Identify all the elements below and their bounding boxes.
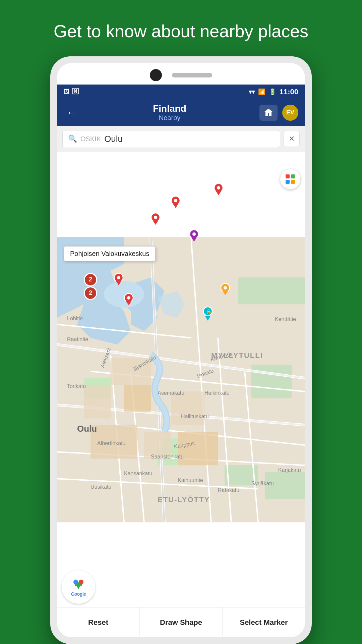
google-text: Google bbox=[71, 591, 86, 597]
svg-text:Kansankatu: Kansankatu bbox=[124, 471, 153, 476]
svg-point-73 bbox=[224, 286, 227, 289]
svg-text:Karjakatu: Karjakatu bbox=[278, 467, 301, 473]
map-pin-yellow[interactable] bbox=[221, 283, 230, 297]
dot-red bbox=[286, 174, 290, 178]
nav-bar: ← Finland Nearby EV bbox=[57, 99, 305, 126]
ev-badge[interactable]: EV bbox=[282, 105, 298, 121]
signal-icon: 📶 bbox=[258, 88, 265, 96]
svg-text:Albertinkatu: Albertinkatu bbox=[97, 440, 126, 446]
map-pin-5[interactable] bbox=[124, 293, 133, 307]
search-placeholder: OSKIK bbox=[80, 135, 101, 143]
svg-text:Heikinkatu: Heikinkatu bbox=[204, 390, 230, 396]
svg-rect-2 bbox=[238, 277, 305, 304]
svg-point-67 bbox=[117, 276, 120, 279]
map-area[interactable]: Lohitie Raatintie Kormintie Isokatu Heik… bbox=[57, 152, 305, 607]
svg-text:Raatintie: Raatintie bbox=[67, 336, 88, 342]
svg-marker-59 bbox=[173, 204, 178, 208]
google-logo: Google bbox=[62, 570, 95, 604]
svg-rect-30 bbox=[178, 432, 218, 465]
nav-title-sub: Nearby bbox=[85, 114, 254, 122]
svg-marker-77 bbox=[205, 316, 210, 321]
svg-marker-83 bbox=[77, 586, 80, 589]
svg-rect-27 bbox=[171, 391, 204, 425]
search-text[interactable]: Oulu bbox=[104, 134, 123, 144]
map-pin-3[interactable] bbox=[151, 213, 160, 226]
n-icon: 🄽 bbox=[72, 88, 78, 95]
svg-text:ETU-LYÖTTY: ETU-LYÖTTY bbox=[158, 495, 210, 504]
home-button[interactable] bbox=[259, 105, 278, 121]
svg-point-58 bbox=[174, 199, 177, 202]
photo-icon: 🖼 bbox=[64, 88, 70, 95]
map-pin-1[interactable] bbox=[214, 183, 223, 197]
svg-marker-62 bbox=[153, 221, 158, 225]
svg-text:Kainuuntie: Kainuuntie bbox=[178, 477, 203, 483]
dot-blue bbox=[286, 180, 290, 184]
svg-point-64 bbox=[192, 232, 196, 236]
svg-marker-65 bbox=[191, 237, 197, 241]
wifi-icon: ▾▾ bbox=[249, 88, 255, 96]
svg-text:Kenttätie: Kenttätie bbox=[275, 316, 296, 322]
dot-orange bbox=[291, 180, 295, 184]
back-button[interactable]: ← bbox=[64, 104, 80, 121]
phone-screen: 🖼 🄽 ▾▾ 📶 🔋 11:00 ← Finland Nearby bbox=[57, 63, 305, 637]
nav-title: Finland Nearby bbox=[85, 103, 254, 122]
svg-point-61 bbox=[154, 216, 157, 219]
svg-marker-74 bbox=[223, 291, 228, 295]
svg-marker-56 bbox=[216, 191, 221, 195]
camera-icon bbox=[150, 69, 162, 81]
battery-icon: 🔋 bbox=[269, 88, 276, 96]
bottom-bar: Reset Draw Shape Select Marker bbox=[57, 607, 305, 637]
cluster-badge-1[interactable]: 2 bbox=[84, 273, 97, 286]
search-input-area[interactable]: 🔍 OSKIK Oulu bbox=[62, 130, 280, 148]
phone-hardware-bar bbox=[57, 63, 305, 85]
category-grid-button[interactable] bbox=[280, 169, 300, 189]
search-bar: 🔍 OSKIK Oulu ✕ bbox=[57, 126, 305, 152]
svg-text:Saaristonkatu: Saaristonkatu bbox=[151, 454, 184, 460]
select-marker-button[interactable]: Select Marker bbox=[223, 607, 305, 637]
cluster-badge-2[interactable]: 2 bbox=[84, 286, 97, 300]
map-pin-4[interactable] bbox=[114, 273, 123, 286]
nav-title-main: Finland bbox=[85, 103, 254, 114]
svg-text:Ratakatu: Ratakatu bbox=[218, 487, 239, 493]
svg-text:Asemakatu: Asemakatu bbox=[158, 390, 184, 396]
svg-rect-26 bbox=[124, 385, 151, 412]
svg-point-55 bbox=[217, 186, 220, 190]
svg-marker-68 bbox=[116, 281, 121, 285]
speaker-bar bbox=[172, 73, 212, 77]
svg-text:Uusikatu: Uusikatu bbox=[90, 484, 111, 490]
reset-button[interactable]: Reset bbox=[57, 607, 140, 637]
search-icon: 🔍 bbox=[68, 135, 77, 143]
map-pin-2[interactable] bbox=[171, 196, 180, 209]
phone-frame: 🖼 🄽 ▾▾ 📶 🔋 11:00 ← Finland Nearby bbox=[50, 56, 312, 644]
clear-button[interactable]: ✕ bbox=[284, 131, 300, 147]
time-display: 11:00 bbox=[280, 88, 298, 96]
svg-text:🔒: 🔒 bbox=[206, 309, 212, 315]
svg-text:Torikatu: Torikatu bbox=[67, 383, 86, 389]
map-svg: Lohitie Raatintie Kormintie Isokatu Heik… bbox=[57, 152, 305, 607]
grid-dots bbox=[286, 174, 295, 184]
page-title: Get to know about nearby places bbox=[27, 0, 335, 56]
status-bar: 🖼 🄽 ▾▾ 📶 🔋 11:00 bbox=[57, 85, 305, 99]
map-popup[interactable]: Pohjoisen Valokuvakeskus bbox=[64, 246, 156, 261]
nav-right-actions: EV bbox=[259, 105, 298, 121]
map-pin-cyan[interactable]: 🔒 bbox=[203, 307, 213, 323]
status-left-icons: 🖼 🄽 bbox=[64, 88, 78, 95]
svg-text:Lohitie: Lohitie bbox=[67, 316, 83, 321]
status-right: ▾▾ 📶 🔋 11:00 bbox=[249, 88, 298, 96]
svg-rect-3 bbox=[251, 365, 292, 398]
dot-green bbox=[291, 174, 295, 178]
map-pin-purple[interactable] bbox=[189, 229, 199, 243]
svg-text:Syrjäkatu: Syrjäkatu bbox=[251, 481, 274, 486]
svg-text:Oulu: Oulu bbox=[77, 424, 97, 434]
svg-point-70 bbox=[127, 296, 130, 300]
draw-shape-button[interactable]: Draw Shape bbox=[140, 607, 223, 637]
svg-text:Hallituskatu: Hallituskatu bbox=[181, 414, 209, 419]
svg-rect-25 bbox=[84, 385, 111, 418]
svg-marker-71 bbox=[126, 301, 131, 305]
svg-text:MYLLYTULLI: MYLLYTULLI bbox=[211, 351, 263, 360]
